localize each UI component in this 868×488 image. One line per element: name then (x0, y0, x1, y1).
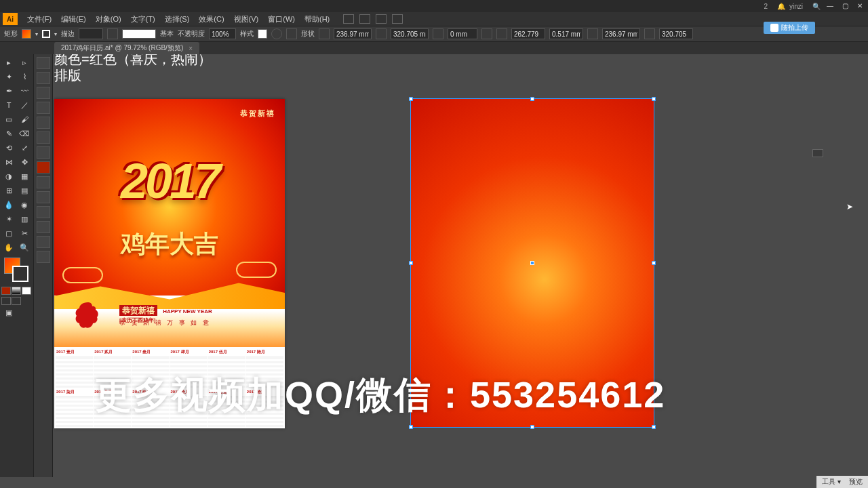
symbol-tool[interactable]: ✶ (1, 212, 16, 226)
layout-icon-3[interactable] (376, 14, 387, 24)
menu-effect[interactable]: 效果(C) (195, 13, 228, 26)
close-icon[interactable]: × (189, 45, 193, 52)
app-logo[interactable]: Ai (3, 13, 18, 25)
menu-select[interactable]: 选择(S) (161, 13, 194, 26)
r2-input[interactable] (549, 28, 583, 39)
panel-asset[interactable] (37, 206, 50, 218)
panel-collapse-icon[interactable] (812, 149, 823, 157)
selection-handle[interactable] (652, 261, 656, 265)
menu-help[interactable]: 帮助(H) (300, 13, 334, 26)
mesh-tool[interactable]: ⊞ (1, 184, 16, 197)
selection-tool[interactable]: ▸ (1, 56, 16, 69)
selection-handle[interactable] (652, 425, 656, 429)
link-wh-button[interactable] (376, 28, 387, 39)
fill-swatch[interactable] (22, 29, 31, 39)
maximize-button[interactable]: ▢ (840, 2, 850, 10)
type-tool[interactable]: T (1, 98, 16, 112)
scale-tool[interactable]: ⤢ (17, 141, 32, 155)
username[interactable]: yinzi (789, 3, 803, 10)
width-tool[interactable]: ⋈ (1, 155, 16, 169)
height-input[interactable] (391, 28, 429, 39)
curvature-tool[interactable]: 〰 (17, 84, 32, 98)
stroke-weight-input[interactable] (79, 28, 103, 39)
stroke-color-icon[interactable] (12, 266, 28, 282)
panel-graphic-styles[interactable] (37, 176, 50, 188)
link-button-2[interactable] (644, 28, 655, 39)
x-input[interactable] (448, 28, 477, 39)
bell-icon[interactable]: 🔔 (777, 3, 785, 10)
paintbrush-tool[interactable]: 🖌 (17, 113, 32, 126)
zoom-tool[interactable]: 🔍 (17, 241, 32, 254)
minimize-button[interactable]: — (825, 2, 835, 10)
free-transform-tool[interactable]: ✥ (17, 155, 32, 169)
style-swatch[interactable] (258, 29, 267, 39)
graph-tool[interactable]: ▥ (17, 212, 32, 226)
notif-count[interactable]: 2 (764, 3, 768, 10)
r1-input[interactable] (511, 28, 545, 39)
opacity-input[interactable] (209, 28, 236, 39)
magic-wand-tool[interactable]: ✦ (1, 70, 16, 83)
search-icon[interactable]: 🔍 (812, 3, 821, 10)
recolor-button[interactable] (271, 28, 282, 39)
color-mode-none[interactable] (22, 287, 31, 295)
panel-color[interactable] (37, 57, 50, 69)
hand-tool[interactable]: ✋ (1, 241, 16, 254)
menu-file[interactable]: 文件(F) (23, 13, 56, 26)
selection-handle[interactable] (530, 425, 534, 429)
panel-transparency[interactable] (37, 146, 50, 159)
shape-builder-tool[interactable]: ◑ (1, 169, 16, 183)
status-preview[interactable]: 预览 (849, 477, 863, 487)
pencil-tool[interactable]: ✎ (1, 127, 16, 140)
w2-input[interactable] (602, 28, 640, 39)
artboard-tool[interactable]: ▢ (1, 226, 16, 240)
layout-icon-4[interactable] (392, 14, 403, 24)
sync-badge[interactable]: 随拍上传 (764, 22, 815, 34)
screen-mode-normal[interactable] (1, 297, 11, 305)
chevron-down-icon[interactable]: ▾ (35, 31, 38, 37)
panel-artboards[interactable] (37, 221, 50, 233)
layout-icon-2[interactable] (359, 14, 370, 24)
menu-object[interactable]: 对象(O) (92, 13, 125, 26)
lasso-tool[interactable]: ⌇ (17, 70, 32, 83)
panel-brushes[interactable] (37, 87, 50, 99)
panel-symbols[interactable] (37, 102, 50, 114)
screen-mode-full[interactable] (12, 297, 21, 305)
line-tool[interactable]: ／ (17, 98, 32, 112)
rotate-tool[interactable]: ⟲ (1, 141, 16, 155)
menu-edit[interactable]: 编辑(E) (57, 13, 90, 26)
selection-handle[interactable] (409, 261, 413, 265)
panel-layers[interactable] (37, 191, 50, 203)
gradient-tool[interactable]: ▤ (17, 184, 32, 197)
selection-handle[interactable] (409, 425, 413, 429)
panel-properties[interactable] (37, 251, 50, 263)
panel-libraries[interactable] (37, 236, 50, 248)
selection-handle[interactable] (530, 97, 534, 101)
panel-swatches[interactable] (37, 72, 50, 84)
screen-mode-button[interactable]: ▣ (1, 306, 16, 319)
brush-preview[interactable] (122, 29, 156, 39)
color-mode-fill[interactable] (1, 287, 11, 295)
stroke-style-button[interactable] (107, 28, 118, 39)
selection-center-icon[interactable] (530, 261, 534, 265)
menu-window[interactable]: 窗口(W) (264, 13, 299, 26)
align-button[interactable] (286, 28, 297, 39)
fill-stroke-control[interactable] (1, 258, 32, 285)
corner-button[interactable] (433, 28, 443, 39)
direct-selection-tool[interactable]: ▹ (17, 56, 32, 69)
selection-handle[interactable] (409, 97, 413, 101)
link-r-button[interactable] (587, 28, 598, 39)
close-button[interactable]: ✕ (854, 2, 865, 10)
document-tab[interactable]: 2017鸡年日历.ai* @ 79.72% (RGB/预览) × (54, 42, 199, 54)
h2-input[interactable] (659, 28, 693, 39)
panel-stroke[interactable] (37, 117, 50, 129)
perspective-tool[interactable]: ▦ (17, 169, 32, 183)
blend-tool[interactable]: ◉ (17, 198, 32, 211)
layout-icon[interactable] (343, 14, 354, 24)
panel-appearance[interactable] (37, 161, 50, 174)
menu-view[interactable]: 视图(V) (230, 13, 263, 26)
width-input[interactable] (334, 28, 372, 39)
stroke-swatch[interactable] (42, 30, 50, 38)
transform-button[interactable] (496, 28, 507, 39)
pen-tool[interactable]: ✒ (1, 84, 16, 98)
menu-type[interactable]: 文字(T) (127, 13, 159, 26)
